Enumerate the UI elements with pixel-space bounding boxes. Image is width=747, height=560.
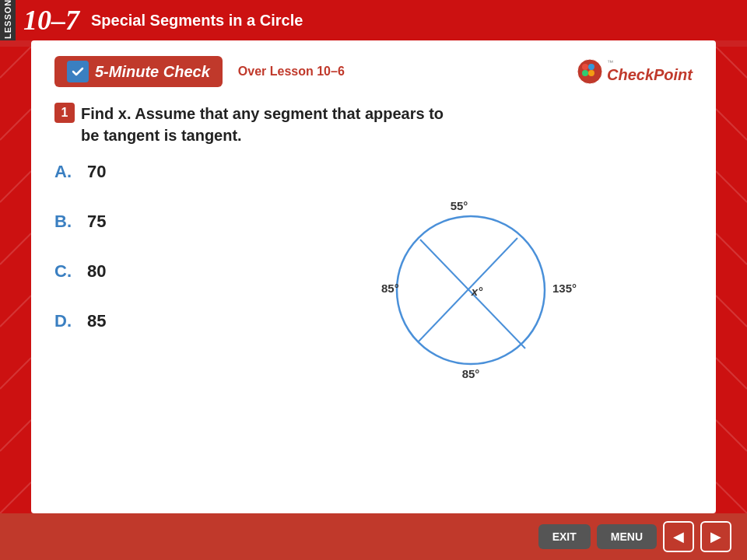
exit-button[interactable]: EXIT [538,524,591,549]
svg-point-18 [582,64,588,70]
svg-line-0 [0,47,31,78]
answer-d-letter: D. [54,311,78,331]
svg-point-20 [582,70,588,76]
svg-line-10 [716,171,747,202]
answer-a: A. 70 [54,162,249,182]
svg-point-21 [588,70,594,76]
svg-line-8 [716,47,747,78]
answer-c: C. 80 [54,261,249,282]
answer-c-letter: C. [54,261,78,282]
checkpoint-logo: ™ CheckPoint [576,58,693,86]
answer-a-value: 70 [87,162,106,182]
svg-line-6 [0,420,31,451]
question-text-line2: be tangent is tangent. [81,124,444,146]
svg-line-5 [0,358,31,389]
question-row: 1 Find x. Assume that any segment that a… [54,103,693,146]
arc-left-label: 85° [381,282,399,295]
answers-column: A. 70 B. 75 C. 80 D. 85 [54,162,249,390]
lesson-tab-label: LESSON [0,0,16,40]
answer-a-letter: A. [54,162,78,182]
forward-button[interactable]: ▶ [700,521,731,552]
checkpoint-icon [576,58,604,86]
question-text-line1: Find x. Assume that any segment that app… [81,103,444,124]
diagram-column: 55° 135° 85° 85° x° [249,162,693,390]
svg-line-9 [716,109,747,140]
checkpoint-name: CheckPoint [607,66,693,84]
arc-right-label: 135° [552,282,577,295]
content-area: 5-Minute Check Over Lesson 10–6 ™ CheckP… [31,40,716,513]
arc-bottom-label: 85° [462,367,480,380]
check-icon [67,61,89,82]
svg-line-1 [0,109,31,140]
question-number-badge: 1 [54,103,75,123]
svg-point-19 [588,64,594,70]
answer-c-value: 80 [87,261,106,282]
arc-top-label: 55° [451,199,468,212]
svg-line-13 [716,358,747,389]
question-area: 1 Find x. Assume that any segment that a… [54,103,693,146]
five-minute-check-label: 5-Minute Check [95,63,210,81]
bottom-bar: EXIT MENU ◀ ▶ [0,513,747,560]
svg-line-12 [716,296,747,327]
main-layout: A. 70 B. 75 C. 80 D. 85 [54,162,693,390]
circle-diagram: 55° 135° 85° 85° x° [362,170,580,390]
answer-d: D. 85 [54,311,249,331]
answer-d-value: 85 [87,311,106,331]
right-decoration [716,47,747,513]
angle-x-label: x° [471,285,483,298]
svg-line-14 [716,420,747,451]
five-minute-check-box: 5-Minute Check [54,56,223,87]
svg-line-3 [0,233,31,264]
left-decoration [0,47,31,513]
svg-line-15 [716,482,747,513]
answer-b-letter: B. [54,212,78,232]
svg-line-7 [0,482,31,513]
svg-line-11 [716,233,747,264]
circle-svg: 55° 135° 85° 85° x° [362,170,580,387]
svg-line-4 [0,296,31,327]
lesson-tab-text: LESSON [3,0,12,39]
back-button[interactable]: ◀ [663,521,694,552]
menu-button[interactable]: MENU [597,524,657,549]
five-minute-check-banner: 5-Minute Check Over Lesson 10–6 ™ CheckP… [54,56,693,87]
answer-b: B. 75 [54,212,249,232]
answer-b-value: 75 [87,212,106,232]
lesson-number: 10–7 [16,4,87,37]
header-bar: LESSON 10–7 Special Segments in a Circle [0,0,747,40]
svg-line-2 [0,171,31,202]
over-lesson-text: Over Lesson 10–6 [238,65,345,79]
lesson-title: Special Segments in a Circle [87,12,303,30]
